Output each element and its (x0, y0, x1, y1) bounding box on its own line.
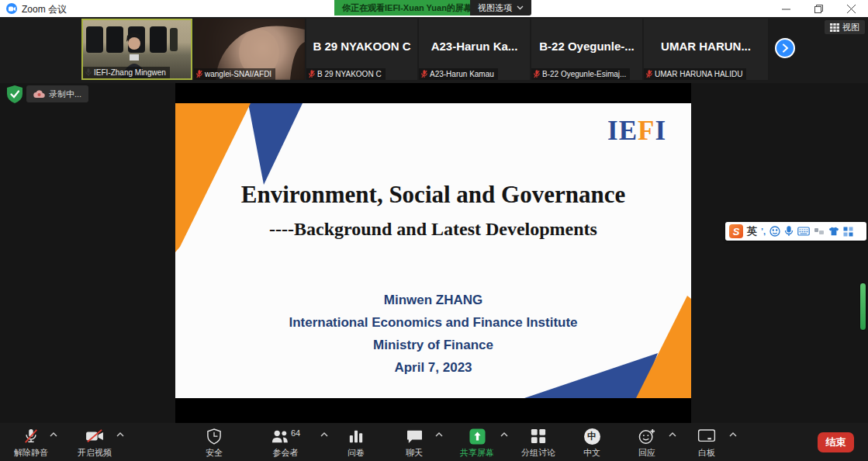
iefi-logo-i: I (655, 116, 666, 146)
video-thumbnail-harun-kamau[interactable]: A23-Harun Ka... A23-Harun Kamau (419, 19, 530, 80)
reactions-options-chevron-icon[interactable] (669, 432, 676, 437)
app-title: Zoom 会议 (22, 3, 67, 16)
participants-icon (271, 428, 289, 444)
participant-name: A23-Harun Kamau (430, 70, 494, 78)
slide-date: April 7, 2023 (175, 356, 691, 379)
participant-display-name: A23-Harun Ka... (419, 40, 530, 53)
iefi-logo-ie: IE (607, 116, 638, 146)
video-thumbnail-nyakoon[interactable]: B 29 NYAKOON C B 29 NYAKOON C (306, 19, 417, 80)
interpretation-icon-char: 中 (587, 430, 597, 443)
mic-muted-icon (421, 70, 427, 78)
close-button[interactable] (838, 0, 864, 17)
participant-name-label: UMAR HARUNA HALIDU (644, 68, 746, 80)
shield-icon (207, 428, 221, 445)
end-meeting-label: 结束 (826, 435, 846, 449)
mic-on-icon (85, 68, 92, 77)
participant-name: UMAR HARUNA HALIDU (655, 70, 742, 78)
slide-institute: International Economics and Finance Inst… (175, 311, 691, 334)
presentation-slide: IEFI Environment, Social and Governance … (175, 103, 691, 398)
recording-cloud-icon (33, 90, 45, 99)
chat-button[interactable]: 聊天 (406, 428, 423, 459)
view-button[interactable]: 视图 (825, 20, 865, 34)
video-thumbnail-wanglei[interactable]: wanglei-SNAI/AFDI (194, 19, 305, 80)
security-label: 安全 (206, 447, 223, 459)
camera-off-icon (85, 428, 104, 444)
video-thumbnail-umar[interactable]: UMAR HARUN... UMAR HARUNA HALIDU (644, 19, 768, 80)
reactions-button[interactable]: 回应 (638, 428, 655, 459)
unmute-button[interactable]: 解除静音 (14, 428, 48, 459)
next-participants-button[interactable] (775, 38, 795, 58)
zoom-meeting-window: Zoom 会议 你正在观看IEFI-Xuan Yuan的屏幕 视图选项 (0, 0, 868, 461)
participant-name: B 29 NYAKOON C (317, 70, 382, 78)
view-options-label: 视图选项 (478, 2, 512, 14)
skin-shirt-icon[interactable] (828, 227, 839, 236)
security-button[interactable]: 安全 (206, 428, 223, 459)
breakout-grid-icon (531, 428, 546, 444)
mic-muted-icon (23, 428, 39, 445)
slide-ministry: Ministry of Finance (175, 334, 691, 356)
watching-text: 你正在观看IEFI-Xuan Yuan的屏幕 (342, 2, 472, 14)
share-screen-icon (469, 428, 486, 445)
ime-punctuation-icon[interactable]: ’, (761, 227, 766, 236)
participant-display-name: B 29 NYAKOON C (306, 40, 417, 53)
interpretation-button[interactable]: 中 中文 (583, 428, 600, 459)
video-thumbnail-zhang-mingwen[interactable]: IEFI-Zhang Mingwen (81, 19, 192, 80)
end-meeting-button[interactable]: 结束 (818, 432, 854, 452)
minimize-button[interactable] (773, 0, 799, 17)
participant-name-label: wanglei-SNAI/AFDI (194, 68, 275, 80)
share-screen-label: 共享屏幕 (460, 447, 494, 459)
interpretation-label: 中文 (583, 447, 600, 459)
participant-name: IEFI-Zhang Mingwen (94, 68, 166, 77)
whiteboard-button[interactable]: 白板 (698, 428, 716, 459)
participant-name-label: A23-Harun Kamau (419, 68, 498, 80)
participant-display-name: UMAR HARUN... (644, 40, 768, 53)
video-thumbnail-strip: IEFI-Zhang Mingwen wanglei-SNAI/AFDI B 2… (0, 17, 868, 83)
emoji-icon[interactable] (769, 226, 780, 237)
green-indicator-pill (859, 282, 866, 331)
participant-name: wanglei-SNAI/AFDI (205, 70, 271, 78)
mic-muted-icon (534, 70, 540, 78)
participant-name-label: IEFI-Zhang Mingwen (83, 67, 170, 78)
meeting-security-shield-icon[interactable] (7, 85, 22, 103)
restore-button[interactable] (805, 0, 832, 17)
chat-options-chevron-icon[interactable] (435, 432, 443, 437)
ime-language-mode[interactable]: 英 (747, 224, 757, 238)
polls-button[interactable]: 问卷 (348, 428, 365, 459)
breakout-rooms-button[interactable]: 分组讨论 (521, 428, 555, 459)
participants-options-chevron-icon[interactable] (320, 432, 328, 437)
watching-banner: 你正在观看IEFI-Xuan Yuan的屏幕 (334, 0, 480, 16)
participant-name-label: B-22 Oyegunle-Esimaj... (531, 68, 630, 80)
slide-subtitle: ----Background and Latest Developments (175, 219, 691, 240)
voice-input-icon[interactable] (784, 226, 794, 237)
poll-bars-icon (348, 428, 364, 444)
participants-label: 参会者 (271, 447, 300, 459)
participant-display-name: B-22 Oyegunle-... (531, 40, 642, 53)
participants-button[interactable]: 64 参会者 (271, 428, 300, 459)
share-screen-button[interactable]: 共享屏幕 (460, 428, 494, 459)
view-options-button[interactable]: 视图选项 (470, 0, 531, 16)
reactions-smiley-icon (638, 428, 655, 445)
input-method-tools-icon[interactable] (814, 227, 825, 236)
share-options-chevron-icon[interactable] (500, 432, 508, 437)
gallery-grid-icon (830, 23, 839, 32)
breakout-rooms-label: 分组讨论 (521, 447, 555, 459)
interpretation-icon: 中 (584, 428, 600, 445)
video-options-chevron-icon[interactable] (116, 432, 124, 437)
unmute-label: 解除静音 (14, 447, 48, 459)
whiteboard-icon (698, 429, 716, 444)
sogou-ime-toolbar[interactable]: S 英 ’, (725, 222, 866, 241)
mic-muted-icon (196, 70, 202, 78)
mic-options-chevron-icon[interactable] (50, 432, 57, 437)
video-thumbnail-oyegunle[interactable]: B-22 Oyegunle-... B-22 Oyegunle-Esimaj..… (531, 19, 642, 80)
whiteboard-options-chevron-icon[interactable] (729, 432, 737, 437)
recording-indicator[interactable]: 录制中... (26, 85, 88, 102)
slide-author: Minwen ZHANG (175, 289, 691, 311)
chat-bubble-icon (406, 429, 423, 444)
chevron-right-icon (782, 43, 789, 53)
toolbox-grid-icon[interactable] (843, 227, 853, 237)
iefi-logo-f: F (638, 116, 655, 146)
start-video-button[interactable]: 开启视频 (78, 428, 112, 459)
sogou-logo-icon[interactable]: S (729, 224, 743, 238)
participants-count: 64 (291, 428, 300, 438)
keyboard-icon[interactable] (797, 227, 810, 236)
